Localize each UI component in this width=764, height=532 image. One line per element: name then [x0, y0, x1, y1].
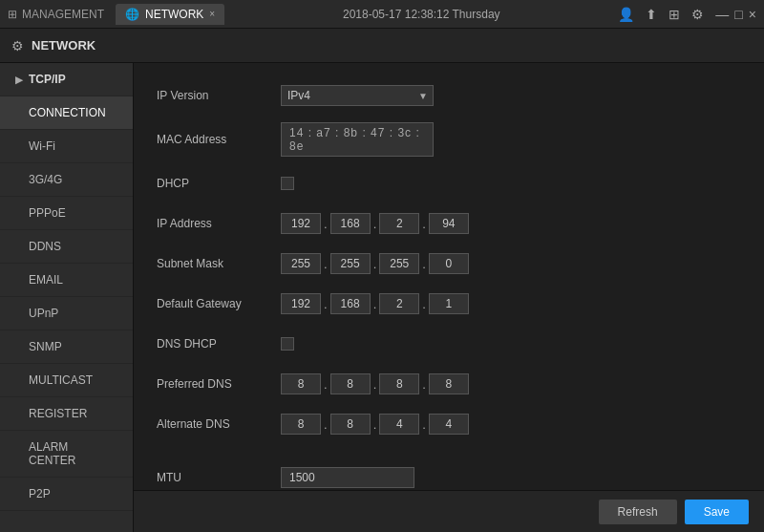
pdns-sep-2: . [373, 377, 377, 392]
subnet-mask-label: Subnet Mask [157, 257, 281, 270]
gw-sep-1: . [324, 297, 328, 311]
sidebar-item-alarm-center[interactable]: ALARM CENTER [0, 431, 133, 478]
user-icon[interactable]: 👤 [618, 7, 634, 22]
sidebar-item-ddns[interactable]: DDNS [0, 230, 133, 264]
dhcp-row: DHCP [157, 170, 741, 197]
default-gateway-control: . . . [281, 293, 469, 314]
mtu-input[interactable] [281, 467, 414, 488]
ip-version-select[interactable]: IPv4 IPv6 [281, 85, 434, 106]
sidebar-item-multicast-label: MULTICAST [29, 373, 93, 387]
mtu-control [281, 467, 414, 488]
sidebar-item-pppoe[interactable]: PPPoE [0, 197, 133, 230]
alternate-dns-octet4[interactable] [429, 414, 469, 435]
sidebar-item-tcp-ip-label: TCP/IP [29, 73, 66, 86]
sidebar-item-ddns-label: DDNS [29, 240, 61, 253]
ip-address-octet1[interactable] [281, 213, 321, 234]
sidebar-item-multicast[interactable]: MULTICAST [0, 364, 133, 397]
sidebar-item-connection-label: CONNECTION [29, 106, 106, 119]
management-label: MANAGEMENT [22, 8, 104, 21]
network-tab-close[interactable]: × [209, 9, 215, 19]
sidebar-item-snmp[interactable]: SNMP [0, 330, 133, 364]
mtu-label: MTU [157, 471, 281, 484]
mtu-row: MTU [157, 464, 741, 490]
octet-sep-2: . [373, 217, 377, 231]
preferred-dns-control: . . . [281, 373, 469, 394]
network-tab[interactable]: 🌐 NETWORK × [116, 4, 224, 25]
settings-icon[interactable]: ⚙ [691, 7, 704, 22]
adns-sep-2: . [373, 417, 377, 432]
main-layout: ▶ TCP/IP CONNECTION Wi-Fi 3G/4G PPPoE DD… [0, 63, 764, 532]
sidebar: ▶ TCP/IP CONNECTION Wi-Fi 3G/4G PPPoE DD… [0, 63, 134, 532]
adns-sep-3: . [422, 417, 426, 432]
subnet-mask-row: Subnet Mask . . . [157, 250, 741, 277]
default-gateway-octet4[interactable] [429, 293, 469, 314]
ip-version-row: IP Version IPv4 IPv6 ▼ [157, 82, 741, 109]
dns-dhcp-checkbox[interactable] [281, 337, 294, 351]
sidebar-item-register[interactable]: REGISTER [0, 397, 133, 431]
alternate-dns-label: Alternate DNS [157, 417, 281, 431]
preferred-dns-octet1[interactable] [281, 373, 321, 394]
sidebar-item-tcp-ip[interactable]: ▶ TCP/IP [0, 63, 133, 96]
default-gateway-octet3[interactable] [379, 293, 419, 314]
gw-sep-3: . [422, 297, 426, 311]
alternate-dns-octet3[interactable] [379, 414, 419, 435]
default-gateway-octet2[interactable] [330, 293, 371, 314]
subnet-mask-octet4[interactable] [429, 253, 469, 274]
ip-version-control: IPv4 IPv6 ▼ [281, 85, 434, 106]
pdns-sep-3: . [422, 377, 426, 392]
ip-address-octet3[interactable] [379, 213, 419, 234]
sidebar-item-connection[interactable]: CONNECTION [0, 96, 133, 130]
ip-address-control: . . . [281, 213, 469, 234]
sidebar-item-wifi[interactable]: Wi-Fi [0, 130, 133, 163]
minimize-button[interactable]: — [715, 7, 729, 22]
sidebar-item-3g4g[interactable]: 3G/4G [0, 163, 133, 197]
subnet-sep-1: . [324, 257, 328, 271]
datetime-text: 2018-05-17 12:38:12 Thursday [343, 8, 500, 21]
maximize-button[interactable]: □ [734, 7, 742, 22]
subnet-sep-2: . [373, 257, 377, 271]
dhcp-label: DHCP [157, 177, 281, 190]
dhcp-checkbox[interactable] [281, 177, 294, 190]
subnet-mask-octet2[interactable] [330, 253, 371, 274]
grid2-icon[interactable]: ⊞ [668, 7, 680, 22]
close-button[interactable]: × [749, 7, 756, 22]
mac-address-control: 14 : a7 : 8b : 47 : 3c : 8e [281, 122, 434, 157]
mac-address-label: MAC Address [157, 133, 281, 146]
bottom-bar: Refresh Save [134, 490, 764, 532]
subnet-mask-octet1[interactable] [281, 253, 321, 274]
alternate-dns-octet2[interactable] [330, 414, 371, 435]
subnet-mask-octet3[interactable] [379, 253, 419, 274]
dns-dhcp-label: DNS DHCP [157, 337, 281, 351]
title-bar-left: ⊞ MANAGEMENT 🌐 NETWORK × [8, 4, 224, 25]
page-title: NETWORK [32, 38, 96, 53]
title-bar-right: 👤 ⬆ ⊞ ⚙ — □ × [618, 7, 756, 22]
octet-sep-1: . [324, 217, 328, 231]
network-tab-label: NETWORK [145, 8, 203, 21]
sidebar-item-email[interactable]: EMAIL [0, 264, 133, 297]
chevron-icon: ▶ [15, 74, 23, 85]
alternate-dns-octet1[interactable] [281, 414, 321, 435]
refresh-button[interactable]: Refresh [599, 500, 677, 524]
title-bar: ⊞ MANAGEMENT 🌐 NETWORK × 2018-05-17 12:3… [0, 0, 764, 29]
preferred-dns-octet2[interactable] [330, 373, 371, 394]
save-button[interactable]: Save [685, 500, 749, 524]
sidebar-item-upnp[interactable]: UPnP [0, 297, 133, 330]
ip-address-octet2[interactable] [330, 213, 371, 234]
management-tab[interactable]: ⊞ MANAGEMENT [8, 8, 104, 21]
ip-address-octet4[interactable] [429, 213, 469, 234]
network-tab-icon: 🌐 [125, 8, 139, 21]
adns-sep-1: . [324, 417, 328, 432]
dns-dhcp-row: DNS DHCP [157, 330, 741, 357]
alternate-dns-control: . . . [281, 414, 469, 435]
subnet-sep-3: . [422, 257, 426, 271]
export-icon[interactable]: ⬆ [646, 7, 657, 22]
sidebar-item-p2p-label: P2P [29, 487, 51, 500]
preferred-dns-octet3[interactable] [379, 373, 419, 394]
datetime-display: 2018-05-17 12:38:12 Thursday [224, 8, 618, 21]
default-gateway-octet1[interactable] [281, 293, 321, 314]
pdns-sep-1: . [324, 377, 328, 392]
preferred-dns-octet4[interactable] [429, 373, 469, 394]
sidebar-item-p2p[interactable]: P2P [0, 478, 133, 511]
ip-address-label: IP Address [157, 217, 281, 230]
default-gateway-row: Default Gateway . . . [157, 290, 741, 317]
